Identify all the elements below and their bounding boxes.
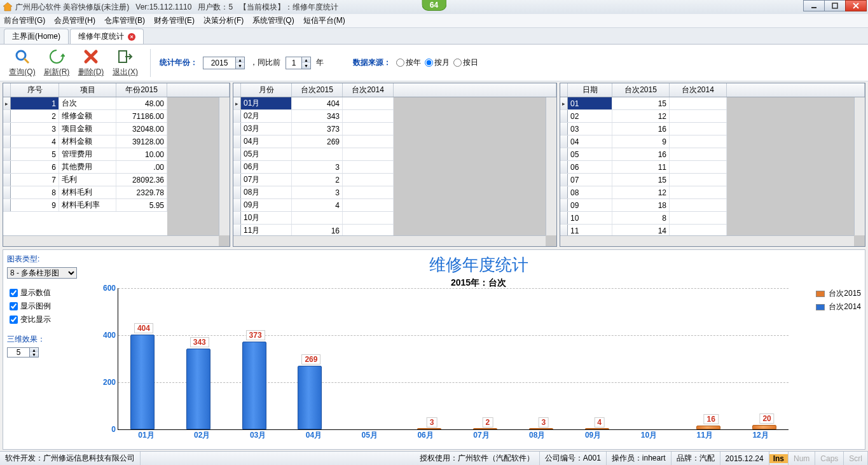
bar	[242, 342, 266, 429]
chk-show-values[interactable]: 显示数值	[10, 288, 88, 298]
col-2015[interactable]: 台次2015	[292, 83, 343, 97]
radio-by-year[interactable]: 按年	[396, 57, 421, 68]
3d-label: 三维效果：	[7, 334, 88, 345]
exit-icon	[116, 48, 134, 66]
svg-line-3	[24, 59, 29, 63]
year-label: 统计年份：	[160, 57, 198, 68]
maximize-button[interactable]	[824, 0, 846, 11]
exit-button[interactable]: 退出(X)	[109, 48, 141, 78]
toolbar: 查询(Q) 刷新(R) 删除(D) 退出(X) 统计年份： ▲▼ ，同比前 ▲▼…	[0, 45, 868, 81]
window-title: 广州用心软件 美容快修版(未注册) Ver:15.112.1110 用户数：5 …	[15, 2, 338, 13]
bar	[696, 426, 720, 429]
compare-label: ，同比前	[250, 57, 280, 68]
scrollbar-h[interactable]	[560, 235, 854, 246]
bar	[585, 428, 609, 429]
status-date: 2015.12.24	[720, 452, 769, 465]
bar	[130, 335, 155, 429]
refresh-button[interactable]: 刷新(R)	[41, 48, 72, 78]
status-bar: 软件开发：广州修远信息科技有限公司 授权使用：广州软件（汽配软件） 公司编号：A…	[0, 451, 868, 465]
3d-spinner[interactable]: ▲▼	[7, 347, 39, 357]
menu-bar: 前台管理(G) 会员管理(H) 仓库管理(B) 财务管理(E) 决策分析(F) …	[0, 14, 868, 28]
search-icon	[13, 48, 31, 66]
compare-up[interactable]: ▲	[301, 57, 310, 63]
compare-suffix: 年	[316, 57, 324, 68]
legend-2014: 台次2014	[829, 302, 861, 312]
col-date[interactable]: 日期	[568, 83, 612, 97]
scrollbar-v[interactable]	[546, 97, 556, 235]
chk-show-legend[interactable]: 显示图例	[10, 301, 88, 312]
scrollbar-h[interactable]	[3, 235, 219, 246]
menu-item[interactable]: 财务管理(E)	[154, 15, 195, 26]
year-down[interactable]: ▼	[235, 63, 244, 69]
3d-input[interactable]	[8, 348, 29, 357]
badge-64: 64	[422, 0, 446, 11]
separator	[150, 49, 151, 77]
chart-title: 维修年度统计	[92, 254, 865, 276]
chart-legend: 台次2015 台次2014	[816, 288, 861, 312]
compare-spinner[interactable]: ▲▼	[286, 57, 311, 69]
col-item[interactable]: 项目	[59, 83, 116, 97]
tab-home[interactable]: 主界面(Home)	[4, 29, 69, 44]
status-caps: Caps	[815, 452, 844, 465]
year-up[interactable]: ▲	[235, 57, 244, 63]
summary-grid[interactable]: 序号 项目 年份2015 1台次48.002维修金额71186.003项目金额3…	[3, 83, 230, 247]
status-ins: Ins	[769, 454, 788, 463]
col-d2014[interactable]: 台次2014	[670, 83, 727, 97]
day-grid[interactable]: 日期 台次2015 台次2014 01150212031604905160611…	[560, 83, 865, 247]
chart-type-select[interactable]: 8 - 多条柱形图	[7, 267, 77, 279]
scrollbar-h[interactable]	[233, 235, 546, 246]
menu-item[interactable]: 系统管理(Q)	[252, 15, 294, 26]
radio-by-day[interactable]: 按日	[453, 57, 478, 68]
3d-down[interactable]: ▼	[29, 352, 38, 357]
minimize-button[interactable]	[803, 0, 825, 11]
svg-rect-1	[832, 3, 837, 8]
tab-close-icon[interactable]: ×	[128, 33, 135, 41]
scrollbar-v[interactable]	[219, 97, 230, 235]
col-seq[interactable]: 序号	[11, 83, 59, 97]
chk-var-display[interactable]: 变比显示	[10, 314, 88, 325]
scrollbar-v[interactable]	[854, 97, 865, 235]
grids-area: 序号 项目 年份2015 1台次48.002维修金额71186.003项目金额3…	[0, 81, 868, 248]
status-auth: 授权使用：广州软件（汽配软件）	[415, 452, 540, 465]
chart-panel: 图表类型: 8 - 多条柱形图 显示数值 显示图例 变比显示 三维效果： ▲▼ …	[3, 249, 865, 450]
col-2014[interactable]: 台次2014	[343, 83, 394, 97]
status-scrl: Scrl	[844, 452, 868, 465]
bar	[473, 428, 497, 429]
source-label: 数据来源：	[353, 57, 391, 68]
app-icon	[3, 2, 13, 12]
radio-by-month[interactable]: 按月	[425, 57, 450, 68]
close-button[interactable]	[845, 0, 867, 11]
status-num: Num	[789, 452, 815, 465]
status-oper: 操作员：inheart	[607, 452, 672, 465]
tab-repair-stats[interactable]: 维修年度统计 ×	[70, 29, 144, 44]
svg-point-2	[17, 51, 25, 60]
delete-icon	[82, 48, 100, 66]
compare-down[interactable]: ▼	[301, 63, 310, 69]
menu-item[interactable]: 仓库管理(B)	[104, 15, 145, 26]
delete-button[interactable]: 删除(D)	[75, 48, 107, 78]
bar	[417, 428, 441, 429]
year-spinner[interactable]: ▲▼	[203, 57, 245, 69]
chart-plot: 020040060001月02月03月04月05月06月07月08月09月10月…	[118, 288, 789, 430]
bar	[298, 366, 322, 429]
chart-sidebar: 图表类型: 8 - 多条柱形图 显示数值 显示图例 变比显示 三维效果： ▲▼	[3, 250, 92, 449]
menu-item[interactable]: 前台管理(G)	[4, 15, 45, 26]
col-d2015[interactable]: 台次2015	[612, 83, 670, 97]
bar	[186, 349, 210, 429]
bar	[752, 425, 776, 429]
menu-item[interactable]: 短信平台(M)	[303, 15, 345, 26]
query-button[interactable]: 查询(Q)	[6, 48, 38, 78]
status-comp: 公司编号：A001	[540, 452, 607, 465]
svg-rect-0	[811, 7, 816, 8]
col-year2015[interactable]: 年份2015	[116, 83, 167, 97]
menu-item[interactable]: 会员管理(H)	[54, 15, 95, 26]
chart-type-label: 图表类型:	[7, 254, 88, 265]
year-input[interactable]	[203, 57, 235, 69]
chart-subtitle: 2015年：台次	[92, 277, 865, 289]
compare-input[interactable]	[286, 57, 301, 69]
col-month[interactable]: 月份	[241, 83, 292, 97]
3d-up[interactable]: ▲	[29, 348, 38, 352]
menu-item[interactable]: 决策分析(F)	[203, 15, 244, 26]
chart-main: 维修年度统计 2015年：台次 020040060001月02月03月04月05…	[92, 250, 865, 449]
month-grid[interactable]: 月份 台次2015 台次2014 01月40402月34303月37304月26…	[233, 83, 557, 247]
